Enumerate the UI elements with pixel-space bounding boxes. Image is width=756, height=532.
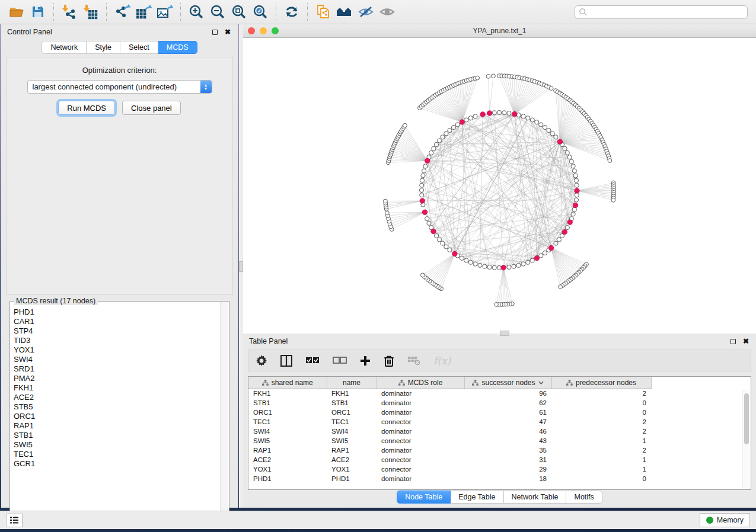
graph-node[interactable] [448, 248, 452, 252]
graph-node[interactable] [539, 254, 543, 258]
mcds-result-item[interactable]: FKH1 [14, 383, 219, 393]
graph-node[interactable] [451, 125, 455, 129]
mcds-result-list[interactable]: PHD1CAR1STP4TID3YOX1SWI4SRD1PMA2FKH1ACE2… [14, 307, 219, 519]
mcds-node[interactable] [431, 229, 436, 233]
import-table-icon[interactable] [80, 2, 101, 21]
panel-splitter[interactable] [239, 24, 243, 508]
show-column-icon[interactable] [280, 353, 292, 368]
table-row[interactable]: RAP1RAP1dominator352 [248, 446, 651, 455]
graph-node[interactable] [420, 273, 425, 277]
table-row[interactable]: TEC1TEC1connector472 [248, 417, 651, 427]
graph-node[interactable] [420, 183, 424, 187]
table-row[interactable]: FKH1FKH1dominator962 [248, 389, 651, 398]
refresh-layout-icon[interactable] [281, 2, 302, 21]
graph-node[interactable] [478, 263, 482, 267]
graph-node[interactable] [575, 183, 579, 187]
mcds-node[interactable] [425, 158, 430, 163]
import-network-icon[interactable] [59, 2, 80, 21]
mcds-node[interactable] [575, 188, 579, 193]
graph-node[interactable] [476, 76, 480, 80]
mcds-node[interactable] [480, 112, 485, 117]
column-header-predecessor-nodes[interactable]: predecessor nodes [551, 377, 651, 389]
graph-node[interactable] [432, 146, 436, 150]
graph-node[interactable] [574, 198, 578, 202]
save-icon[interactable] [27, 2, 49, 21]
graph-node[interactable] [557, 238, 561, 242]
graph-node[interactable] [573, 174, 578, 178]
graph-node[interactable] [530, 118, 534, 122]
graph-node[interactable] [572, 207, 576, 211]
first-neighbors-icon[interactable] [334, 2, 355, 21]
tab-select[interactable]: Select [120, 41, 158, 54]
graph-node[interactable] [512, 264, 516, 268]
minimize-window-icon[interactable] [260, 27, 267, 34]
mcds-node[interactable] [562, 229, 567, 234]
mcds-node[interactable] [548, 245, 553, 250]
table-tab-edge-table[interactable]: Edge Table [451, 491, 503, 504]
graph-node[interactable] [608, 159, 612, 163]
graph-node[interactable] [569, 159, 573, 164]
graph-node[interactable] [455, 123, 460, 127]
export-image-icon[interactable] [154, 2, 176, 21]
graph-node[interactable] [492, 265, 496, 270]
graph-node[interactable] [420, 178, 424, 182]
mcds-result-item[interactable]: CAR1 [14, 317, 219, 326]
graph-node[interactable] [460, 256, 464, 260]
graph-node[interactable] [486, 74, 490, 78]
graph-node[interactable] [535, 120, 539, 124]
mcds-result-item[interactable]: RAP1 [14, 421, 219, 431]
graph-node[interactable] [611, 198, 615, 202]
graph-node[interactable] [434, 233, 438, 238]
tab-mcds[interactable]: MCDS [158, 41, 197, 54]
graph-node[interactable] [423, 164, 428, 168]
column-header-successor-nodes[interactable]: successor nodes [464, 377, 551, 389]
mcds-node[interactable] [567, 220, 572, 225]
mcds-node[interactable] [573, 203, 578, 207]
graph-node[interactable] [483, 264, 487, 268]
hide-selected-icon[interactable] [355, 2, 377, 21]
table-row[interactable]: ACE2ACE2connector311 [248, 455, 651, 464]
mcds-node[interactable] [501, 265, 506, 270]
close-window-icon[interactable] [248, 27, 255, 34]
select-all-icon[interactable] [305, 353, 320, 368]
table-tab-network-table[interactable]: Network Table [504, 491, 567, 504]
column-header-name[interactable]: name [327, 377, 377, 389]
graph-node[interactable] [473, 262, 477, 266]
graph-node[interactable] [427, 221, 431, 225]
tab-network[interactable]: Network [42, 41, 87, 54]
graph-node[interactable] [543, 251, 547, 255]
mcds-result-item[interactable]: STB1 [14, 431, 219, 440]
zoom-out-icon[interactable] [207, 2, 228, 21]
export-table-icon[interactable] [133, 2, 154, 21]
graph-node[interactable] [565, 150, 569, 155]
graph-node[interactable] [434, 142, 438, 146]
mcds-result-item[interactable]: ORC1 [14, 412, 219, 421]
graph-node[interactable] [507, 111, 511, 115]
tab-style[interactable]: Style [87, 41, 120, 54]
show-all-icon[interactable] [377, 2, 398, 21]
graph-node[interactable] [385, 211, 389, 215]
graph-node[interactable] [550, 132, 554, 136]
close-panel-button[interactable]: Close panel [122, 101, 181, 115]
mcds-result-item[interactable]: SWI5 [14, 440, 219, 450]
optimization-criterion-select[interactable]: largest connected component (undirected)… [27, 80, 212, 94]
add-column-icon[interactable] [360, 353, 371, 368]
graph-node[interactable] [516, 263, 521, 267]
graph-node[interactable] [565, 226, 569, 230]
graph-node[interactable] [507, 265, 511, 269]
graph-node[interactable] [547, 128, 551, 132]
table-row[interactable]: STB1STB1dominator620 [248, 398, 651, 408]
graph-node[interactable] [567, 155, 572, 159]
network-titlebar[interactable]: YPA_prune.txt_1 [243, 24, 756, 38]
node-table[interactable]: shared namenameMCDS rolesuccessor nodesp… [248, 376, 751, 490]
graph-node[interactable] [444, 245, 448, 249]
graph-node[interactable] [574, 178, 578, 182]
graph-node[interactable] [549, 86, 553, 91]
close-table-panel-icon[interactable]: ✖ [742, 337, 750, 345]
network-canvas[interactable] [243, 38, 756, 333]
zoom-selected-icon[interactable] [250, 2, 271, 21]
table-row[interactable]: ORC1ORC1dominator610 [248, 408, 651, 417]
memory-button[interactable]: Memory [700, 513, 750, 527]
float-table-panel-icon[interactable] [729, 337, 737, 345]
mcds-node[interactable] [460, 120, 464, 124]
